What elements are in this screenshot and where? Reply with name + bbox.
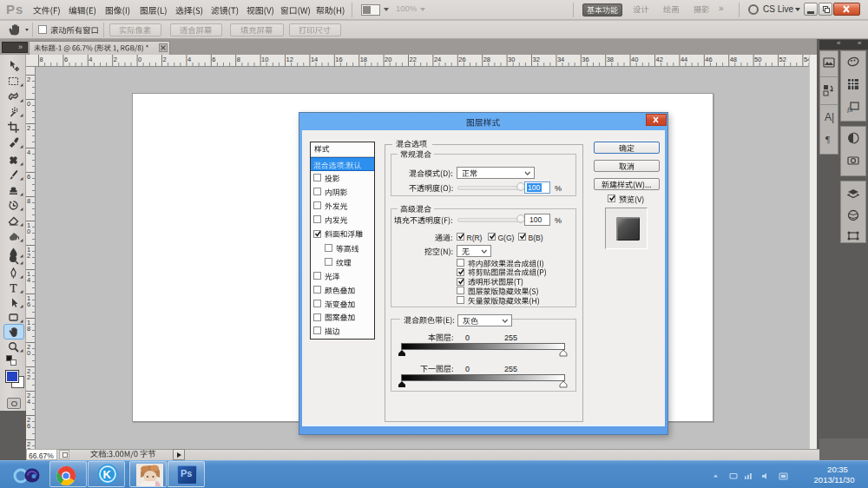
svg-text:2: 2 bbox=[27, 252, 30, 260]
svg-text:2: 2 bbox=[163, 56, 167, 63]
svg-text:34: 34 bbox=[557, 56, 564, 63]
svg-text:38: 38 bbox=[607, 56, 614, 63]
svg-text:2: 2 bbox=[27, 373, 30, 381]
svg-text:4: 4 bbox=[187, 56, 191, 63]
svg-text:32: 32 bbox=[533, 56, 540, 63]
svg-text:2: 2 bbox=[114, 56, 117, 63]
svg-text:18: 18 bbox=[360, 56, 367, 63]
svg-text:14: 14 bbox=[311, 56, 318, 63]
svg-text:12: 12 bbox=[286, 56, 293, 63]
svg-text:0: 0 bbox=[27, 228, 30, 235]
svg-text:10: 10 bbox=[261, 56, 268, 63]
svg-text:8: 8 bbox=[27, 325, 30, 333]
svg-text:6: 6 bbox=[27, 422, 30, 430]
svg-text:40: 40 bbox=[631, 56, 638, 63]
svg-text:0: 0 bbox=[27, 349, 30, 357]
svg-text:16: 16 bbox=[335, 56, 342, 63]
svg-text:24: 24 bbox=[434, 56, 441, 63]
svg-text:K: K bbox=[103, 468, 112, 481]
svg-text:6: 6 bbox=[27, 300, 30, 308]
svg-text:44: 44 bbox=[681, 56, 687, 63]
svg-text:20: 20 bbox=[385, 56, 391, 63]
svg-text:52: 52 bbox=[779, 56, 786, 63]
svg-text:22: 22 bbox=[410, 56, 417, 63]
svg-text:8: 8 bbox=[27, 197, 30, 205]
svg-text:26: 26 bbox=[458, 56, 465, 63]
svg-text:36: 36 bbox=[582, 56, 589, 63]
svg-text:8: 8 bbox=[237, 56, 240, 63]
svg-text:50: 50 bbox=[754, 56, 761, 63]
svg-text:6: 6 bbox=[64, 56, 68, 63]
svg-text:48: 48 bbox=[730, 56, 737, 63]
svg-text:28: 28 bbox=[483, 56, 490, 63]
svg-text:42: 42 bbox=[656, 56, 663, 63]
svg-text:4: 4 bbox=[27, 398, 30, 406]
svg-text:fx: fx bbox=[847, 105, 853, 113]
svg-text:0: 0 bbox=[27, 100, 30, 108]
svg-text:6: 6 bbox=[212, 56, 215, 63]
svg-text:2: 2 bbox=[27, 124, 30, 132]
svg-text:4: 4 bbox=[89, 56, 92, 63]
svg-text:A|: A| bbox=[825, 111, 834, 123]
svg-text:6: 6 bbox=[27, 173, 30, 181]
svg-text:¶: ¶ bbox=[825, 134, 830, 144]
svg-text:46: 46 bbox=[705, 56, 712, 63]
svg-text:2: 2 bbox=[27, 76, 30, 83]
svg-text:8: 8 bbox=[40, 56, 43, 63]
svg-text:30: 30 bbox=[508, 56, 515, 63]
svg-text:4: 4 bbox=[27, 276, 30, 284]
svg-text:4: 4 bbox=[27, 148, 30, 156]
svg-text:0: 0 bbox=[138, 56, 141, 63]
